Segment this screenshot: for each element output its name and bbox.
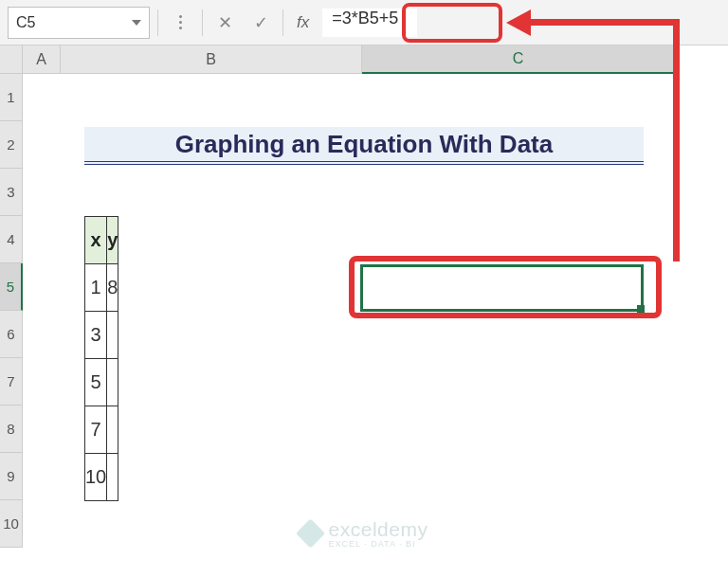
table-row: 18: [85, 264, 118, 312]
header-y[interactable]: y: [107, 217, 118, 264]
row-header-7[interactable]: 7: [0, 358, 23, 406]
formula-input[interactable]: =3*B5+5: [322, 9, 417, 37]
cell-y[interactable]: [107, 359, 118, 406]
table-row: 7: [85, 406, 118, 454]
separator: [282, 9, 283, 36]
cell-x[interactable]: 10: [85, 454, 107, 501]
active-cell-outline: [360, 264, 644, 312]
formula-bar: C5 ✕ ✓ fx =3*B5+5: [0, 0, 728, 45]
fx-icon[interactable]: fx: [297, 13, 309, 32]
select-all-corner[interactable]: [0, 45, 23, 74]
cell-y[interactable]: 8: [107, 264, 118, 312]
separator: [157, 9, 158, 36]
more-icon[interactable]: [166, 9, 194, 37]
logo-icon: [296, 518, 325, 548]
enter-icon[interactable]: ✓: [246, 9, 275, 37]
cell-x[interactable]: 1: [85, 264, 107, 312]
name-box[interactable]: C5: [8, 7, 150, 39]
row-header-2[interactable]: 2: [0, 121, 23, 169]
table-row: 10: [85, 454, 118, 501]
cancel-icon[interactable]: ✕: [210, 9, 239, 37]
cell-y[interactable]: [107, 454, 118, 501]
name-box-value: C5: [16, 14, 35, 31]
spreadsheet-grid: ABC 12345678910 Graphing an Equation Wit…: [0, 45, 728, 577]
row-header-4[interactable]: 4: [0, 216, 23, 263]
column-header-C[interactable]: C: [362, 45, 675, 74]
row-header-1[interactable]: 1: [0, 74, 23, 121]
column-header-B[interactable]: B: [61, 45, 362, 74]
row-header-9[interactable]: 9: [0, 453, 23, 500]
column-header-A[interactable]: A: [23, 45, 61, 74]
data-table: x y 1835710: [84, 216, 118, 501]
chevron-down-icon[interactable]: [132, 20, 141, 26]
cell-x[interactable]: 5: [85, 359, 107, 406]
table-header-row: x y: [85, 217, 118, 264]
cell-y[interactable]: [107, 406, 118, 454]
row-header-5[interactable]: 5: [0, 263, 23, 311]
sheet-title: Graphing an Equation With Data: [84, 127, 644, 165]
row-header-6[interactable]: 6: [0, 311, 23, 358]
table-row: 3: [85, 312, 118, 359]
separator: [202, 9, 203, 36]
row-header-3[interactable]: 3: [0, 169, 23, 216]
row-header-8[interactable]: 8: [0, 406, 23, 453]
cell-x[interactable]: 3: [85, 312, 107, 359]
watermark: exceldemy EXCEL · DATA · BI: [300, 518, 428, 549]
header-x[interactable]: x: [85, 217, 107, 264]
row-headers: 12345678910: [0, 74, 23, 548]
row-header-10[interactable]: 10: [0, 500, 23, 548]
cell-x[interactable]: 7: [85, 406, 107, 454]
watermark-tagline: EXCEL · DATA · BI: [329, 539, 428, 549]
table-row: 5: [85, 359, 118, 406]
column-headers: ABC: [23, 45, 675, 74]
cell-y[interactable]: [107, 312, 118, 359]
watermark-brand: exceldemy: [329, 518, 428, 540]
